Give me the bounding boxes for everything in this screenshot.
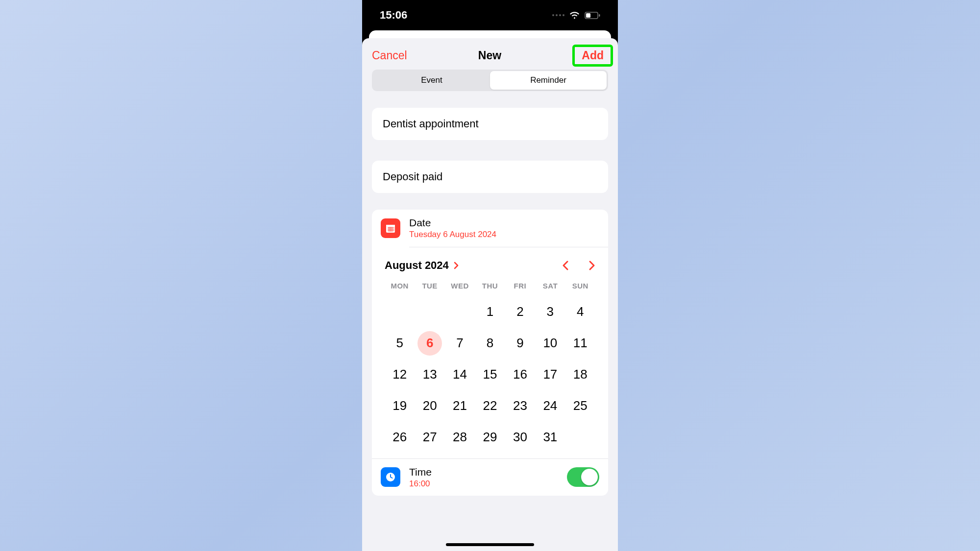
day-cell[interactable]: 21 bbox=[445, 394, 475, 418]
day-header: MON bbox=[385, 282, 415, 293]
day-cell[interactable]: 14 bbox=[445, 362, 475, 387]
day-cell[interactable]: 25 bbox=[565, 394, 595, 418]
day-cell[interactable]: 8 bbox=[475, 331, 505, 356]
background-sheet-peek bbox=[369, 30, 611, 38]
segment-reminder[interactable]: Reminder bbox=[490, 71, 607, 90]
add-button-highlight: Add bbox=[572, 45, 613, 67]
day-header: FRI bbox=[505, 282, 535, 293]
day-cell[interactable]: 23 bbox=[505, 394, 535, 418]
cancel-button[interactable]: Cancel bbox=[372, 49, 407, 62]
calendar-icon bbox=[381, 218, 400, 238]
sheet-title: New bbox=[478, 49, 501, 62]
day-cell[interactable]: 5 bbox=[385, 331, 415, 356]
day-cell[interactable]: 4 bbox=[565, 300, 595, 324]
time-value: 16:00 bbox=[409, 479, 567, 489]
time-toggle[interactable] bbox=[567, 467, 599, 487]
day-cell[interactable]: 3 bbox=[535, 300, 565, 324]
day-cell[interactable]: 16 bbox=[505, 362, 535, 387]
notes-input[interactable]: Deposit paid bbox=[372, 161, 608, 193]
date-label: Date bbox=[409, 216, 599, 229]
add-button[interactable]: Add bbox=[582, 49, 604, 62]
day-header: WED bbox=[445, 282, 475, 293]
day-empty bbox=[385, 300, 415, 324]
day-empty bbox=[415, 300, 444, 324]
day-cell[interactable]: 6 bbox=[415, 331, 444, 356]
date-row[interactable]: Date Tuesday 6 August 2024 bbox=[372, 210, 608, 247]
day-cell[interactable]: 29 bbox=[475, 425, 505, 450]
day-cell[interactable]: 13 bbox=[415, 362, 444, 387]
notes-card: Deposit paid bbox=[372, 161, 608, 193]
day-empty bbox=[445, 300, 475, 324]
time-label: Time bbox=[409, 466, 567, 478]
cell-dots-icon bbox=[552, 14, 564, 16]
day-cell[interactable]: 19 bbox=[385, 394, 415, 418]
day-cell[interactable]: 31 bbox=[535, 425, 565, 450]
month-selector[interactable]: August 2024 bbox=[385, 259, 459, 272]
phone-frame: 15:06 Cancel New Add Event Reminder Dent… bbox=[362, 0, 618, 551]
day-cell[interactable]: 28 bbox=[445, 425, 475, 450]
clock-icon bbox=[381, 467, 400, 487]
svg-rect-2 bbox=[599, 14, 600, 17]
time-row[interactable]: Time 16:00 bbox=[372, 459, 608, 496]
svg-rect-4 bbox=[386, 225, 395, 227]
title-input[interactable]: Dentist appointment bbox=[372, 108, 608, 140]
day-cell[interactable]: 7 bbox=[445, 331, 475, 356]
wifi-icon bbox=[569, 12, 580, 19]
date-value: Tuesday 6 August 2024 bbox=[409, 230, 599, 240]
day-header: SUN bbox=[565, 282, 595, 293]
day-header: TUE bbox=[415, 282, 444, 293]
day-cell[interactable]: 9 bbox=[505, 331, 535, 356]
day-cell[interactable]: 17 bbox=[535, 362, 565, 387]
day-cell[interactable]: 27 bbox=[415, 425, 444, 450]
day-cell[interactable]: 30 bbox=[505, 425, 535, 450]
calendar-grid: MONTUEWEDTHUFRISATSUN1234567891011121314… bbox=[385, 282, 595, 450]
day-cell[interactable]: 20 bbox=[415, 394, 444, 418]
home-indicator[interactable] bbox=[446, 543, 534, 546]
day-cell[interactable]: 12 bbox=[385, 362, 415, 387]
day-header: THU bbox=[475, 282, 505, 293]
date-time-card: Date Tuesday 6 August 2024 August 2024 bbox=[372, 210, 608, 496]
day-cell[interactable]: 26 bbox=[385, 425, 415, 450]
battery-icon bbox=[585, 12, 600, 19]
day-cell[interactable]: 10 bbox=[535, 331, 565, 356]
new-reminder-sheet: Cancel New Add Event Reminder Dentist ap… bbox=[362, 38, 618, 551]
day-cell[interactable]: 1 bbox=[475, 300, 505, 324]
svg-rect-1 bbox=[586, 13, 590, 18]
title-card: Dentist appointment bbox=[372, 108, 608, 140]
day-cell[interactable]: 15 bbox=[475, 362, 505, 387]
day-header: SAT bbox=[535, 282, 565, 293]
day-cell[interactable]: 24 bbox=[535, 394, 565, 418]
day-cell[interactable]: 22 bbox=[475, 394, 505, 418]
chevron-right-icon bbox=[454, 262, 459, 269]
type-segmented-control[interactable]: Event Reminder bbox=[372, 70, 608, 91]
status-time: 15:06 bbox=[380, 9, 407, 22]
status-bar: 15:06 bbox=[362, 0, 618, 30]
prev-month-button[interactable] bbox=[562, 260, 569, 271]
day-cell[interactable]: 18 bbox=[565, 362, 595, 387]
sheet-nav: Cancel New Add bbox=[372, 38, 608, 70]
calendar-picker: August 2024 MONTUEWEDTHUFRISATSUN1234567… bbox=[372, 247, 608, 458]
next-month-button[interactable] bbox=[588, 260, 595, 271]
segment-event[interactable]: Event bbox=[373, 71, 490, 90]
month-label: August 2024 bbox=[385, 259, 449, 272]
status-right bbox=[552, 12, 600, 19]
day-cell[interactable]: 2 bbox=[505, 300, 535, 324]
day-cell[interactable]: 11 bbox=[565, 331, 595, 356]
